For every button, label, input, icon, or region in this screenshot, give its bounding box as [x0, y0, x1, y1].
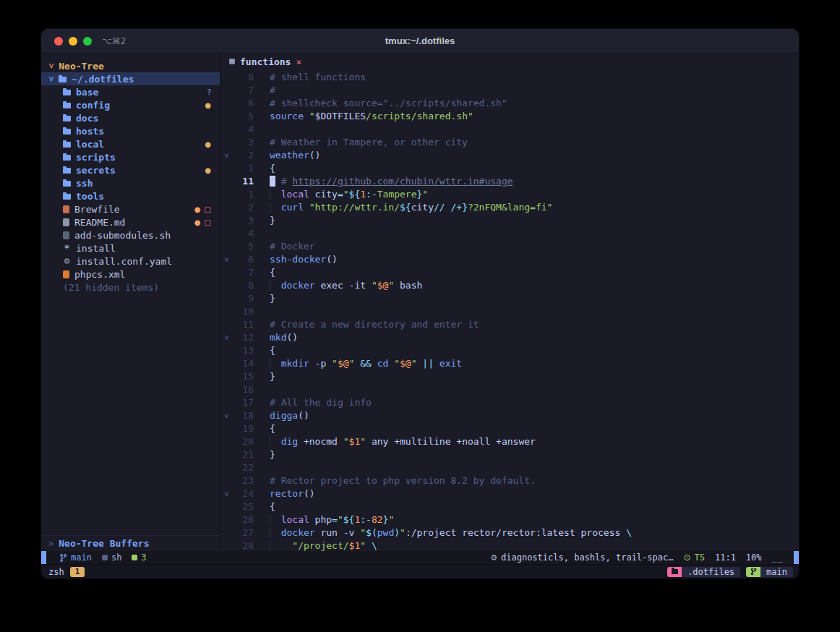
code-line[interactable]: 3# Weather in Tampere, or other city [220, 136, 799, 149]
code-line[interactable]: 5source "$DOTFILES/scripts/shared.sh" [220, 110, 799, 123]
fold-chevron-icon[interactable]: > [220, 253, 232, 266]
line-number: 3 [232, 136, 254, 149]
git-status-glyph: ● [205, 140, 211, 148]
tree-item-install[interactable]: *install [41, 242, 220, 255]
code-line[interactable]: 11 # https://github.com/chubin/wttr.in#u… [220, 175, 799, 188]
tree-root-item[interactable]: > ~/.dotfiles [41, 72, 220, 85]
tree-item-ssh[interactable]: ssh [41, 176, 220, 189]
code-line[interactable]: >24rector() [220, 487, 799, 500]
code-line[interactable]: 5# Docker [220, 240, 799, 253]
folder-icon [63, 129, 71, 134]
tree-item-README.md[interactable]: README.md●□ [41, 215, 220, 229]
code-line[interactable]: 23# Rector project to php version 8.2 by… [220, 474, 799, 487]
code-line[interactable]: 4 [220, 123, 799, 136]
indent-guide: ▏ [270, 527, 275, 538]
code-line[interactable]: >12mkd() [220, 331, 799, 344]
code-text: ▏ "/project/$1" \ [270, 539, 377, 551]
code-line[interactable]: 20▏ dig +nocmd "$1" any +multiline +noal… [220, 435, 799, 448]
code-line[interactable]: 21} [220, 448, 799, 461]
close-button[interactable] [54, 37, 63, 46]
code-line[interactable]: 15} [220, 370, 799, 383]
code-line[interactable]: 1▏ local city="${1:-Tampere}" [220, 188, 799, 201]
tree-item-Brewfile[interactable]: Brewfile●□ [41, 202, 220, 215]
code-line[interactable]: 28▏ "/project/$1" \ [220, 539, 799, 551]
git-branch-glyph [750, 568, 757, 576]
tree-item-config[interactable]: config● [41, 98, 220, 111]
code-line[interactable]: 16 [220, 383, 799, 396]
code-area[interactable]: 8# shell functions7#6# shellcheck source… [220, 69, 799, 551]
neotree-title: Neo-Tree [59, 61, 104, 72]
tree-item-scripts[interactable]: scripts [41, 150, 220, 163]
line-number: 11 [232, 318, 254, 331]
treesitter-icon: ⊙ [683, 552, 690, 563]
tree-item-phpcs.xml[interactable]: phpcs.xml [41, 268, 220, 281]
fold-chevron-icon[interactable]: > [220, 331, 232, 344]
neotree-header[interactable]: > Neo-Tree [41, 59, 220, 72]
line-number: 27 [232, 526, 254, 539]
code-line[interactable]: 8# shell functions [220, 71, 799, 84]
code-token: /scripts/shared.sh" [366, 111, 473, 121]
code-line[interactable]: >2weather() [220, 149, 799, 162]
fold-chevron-icon[interactable]: > [220, 149, 232, 162]
tree-item-local[interactable]: local● [41, 137, 220, 150]
tree-item-install.conf.yaml[interactable]: ⚙install.conf.yaml [41, 255, 220, 268]
code-line[interactable]: 4 [220, 227, 799, 240]
fold-column [220, 422, 232, 435]
tmux-window-zsh[interactable]: zsh 1 [48, 567, 85, 577]
code-line[interactable]: 11# Create a new directory and enter it [220, 318, 799, 331]
code-line[interactable]: 13{ [220, 344, 799, 357]
code-line[interactable]: 26▏ local php="${1:-82}" [220, 513, 799, 526]
neotree-buffers-header[interactable]: > Neo-Tree Buffers [41, 535, 220, 551]
code-token: $@ [338, 358, 349, 369]
tab-functions[interactable]: functions [240, 56, 291, 67]
code-line[interactable]: 27▏ docker run -v "$(pwd)":/project rect… [220, 526, 799, 539]
code-token: = [338, 189, 343, 200]
tree-item-secrets[interactable]: secrets● [41, 163, 220, 176]
zoom-button[interactable] [83, 37, 92, 46]
line-number: 21 [232, 448, 254, 461]
tree-item-docs[interactable]: docs [41, 111, 220, 124]
tree-item-base[interactable]: base? [41, 85, 220, 98]
fold-column [220, 240, 232, 253]
code-text: } [270, 448, 275, 461]
tree-item-hosts[interactable]: hosts [41, 124, 220, 137]
titlebar[interactable]: ⌥⌘2 tmux:~/.dotfiles [41, 29, 799, 54]
folder-icon [63, 90, 71, 95]
code-line[interactable]: 7# [220, 84, 799, 97]
tab-close-icon[interactable]: × [296, 56, 301, 67]
fold-chevron-icon[interactable]: > [220, 409, 232, 422]
code-line[interactable]: 17# All the dig info [220, 396, 799, 409]
code-line[interactable]: 1{ [220, 162, 799, 175]
code-text: } [270, 292, 275, 305]
fold-chevron-icon[interactable]: > [220, 487, 232, 500]
code-line[interactable]: 7{ [220, 266, 799, 279]
code-line[interactable]: 22 [220, 461, 799, 474]
code-line[interactable]: 3} [220, 214, 799, 227]
code-line[interactable]: 10 [220, 305, 799, 318]
code-text: ▏ docker run -v "$(pwd)":/project rector… [270, 526, 632, 539]
tree-item-label: hosts [76, 126, 104, 137]
code-line[interactable]: 19{ [220, 422, 799, 435]
code-line[interactable]: 25{ [220, 500, 799, 513]
code-line[interactable]: 9} [220, 292, 799, 305]
code-token: " [394, 358, 400, 369]
tree-item-tools[interactable]: tools [41, 189, 220, 202]
code-line[interactable]: 6# shellcheck source="../scripts/shared.… [220, 97, 799, 110]
tree-item-label: install [76, 243, 116, 254]
git-status-glyph: ● [194, 205, 201, 213]
folder-icon [667, 567, 682, 577]
fold-column [220, 71, 232, 84]
tmux-session-segment[interactable]: .dotfiles [667, 567, 740, 577]
code-token: +nocmd [298, 436, 343, 447]
minimize-button[interactable] [69, 37, 77, 46]
code-line[interactable]: 8▏ docker exec -it "$@" bash [220, 279, 799, 292]
code-line[interactable]: 2▏ curl "http://wttr.in/${city// /+}?2nF… [220, 201, 799, 214]
code-line[interactable]: >6ssh-docker() [220, 253, 799, 266]
traffic-lights [41, 37, 92, 46]
fold-column [220, 97, 232, 110]
tree-item-add-submodules.sh[interactable]: add-submodules.sh [41, 229, 220, 242]
tmux-branch-segment[interactable]: main [746, 567, 793, 577]
code-token: # All the dig info [270, 397, 372, 408]
code-line[interactable]: >18digga() [220, 409, 799, 422]
code-line[interactable]: 14▏ mkdir -p "$@" && cd "$@" || exit [220, 357, 799, 370]
